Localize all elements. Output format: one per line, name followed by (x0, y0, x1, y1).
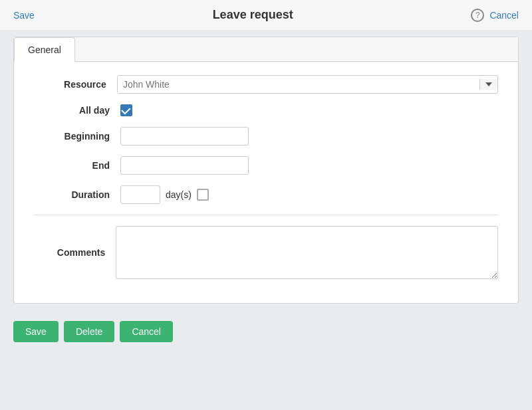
allday-row: All day (34, 104, 498, 116)
resource-input[interactable] (118, 76, 479, 93)
end-row: End 04/12/2023 (34, 156, 498, 175)
beginning-row: Beginning 04/12/2023 (34, 127, 498, 146)
top-save-link[interactable]: Save (13, 10, 35, 21)
tab-general[interactable]: General (14, 37, 75, 62)
duration-unit: day(s) (166, 189, 192, 200)
top-cancel-link[interactable]: Cancel (489, 10, 519, 21)
duration-row: Duration 1 day(s) (34, 185, 498, 204)
duration-controls: 1 day(s) (120, 185, 209, 204)
form-card: General Resource All day Beginning 04/12… (13, 37, 519, 304)
beginning-label: Beginning (34, 131, 120, 142)
top-right-actions: ? Cancel (471, 9, 519, 22)
form-divider (34, 215, 498, 215)
top-save-link-wrapper: Save (13, 10, 35, 21)
end-label: End (34, 160, 120, 171)
form-body: Resource All day Beginning 04/12/2023 En… (14, 62, 518, 303)
delete-button[interactable]: Delete (64, 321, 114, 342)
resource-dropdown-btn[interactable] (479, 79, 497, 90)
page-title: Leave request (213, 8, 293, 22)
chevron-down-icon (485, 82, 492, 86)
beginning-input[interactable]: 04/12/2023 (120, 127, 249, 146)
allday-label: All day (34, 105, 120, 116)
cancel-button[interactable]: Cancel (120, 321, 173, 342)
comments-textarea[interactable] (116, 226, 498, 279)
duration-input[interactable]: 1 (120, 185, 160, 204)
comments-row: Comments (34, 226, 498, 279)
top-bar: Save Leave request ? Cancel (0, 0, 532, 30)
resource-label: Resource (34, 79, 117, 90)
bottom-actions: Save Delete Cancel (0, 314, 532, 356)
allday-checkbox[interactable] (120, 104, 132, 116)
duration-checkbox[interactable] (197, 189, 209, 201)
end-input[interactable]: 04/12/2023 (120, 156, 249, 175)
comments-label: Comments (34, 247, 116, 258)
help-icon[interactable]: ? (471, 9, 484, 22)
resource-row: Resource (34, 75, 498, 94)
save-button[interactable]: Save (13, 321, 59, 342)
duration-label: Duration (34, 189, 120, 200)
tabs: General (14, 37, 518, 62)
resource-select-wrapper (117, 75, 498, 94)
